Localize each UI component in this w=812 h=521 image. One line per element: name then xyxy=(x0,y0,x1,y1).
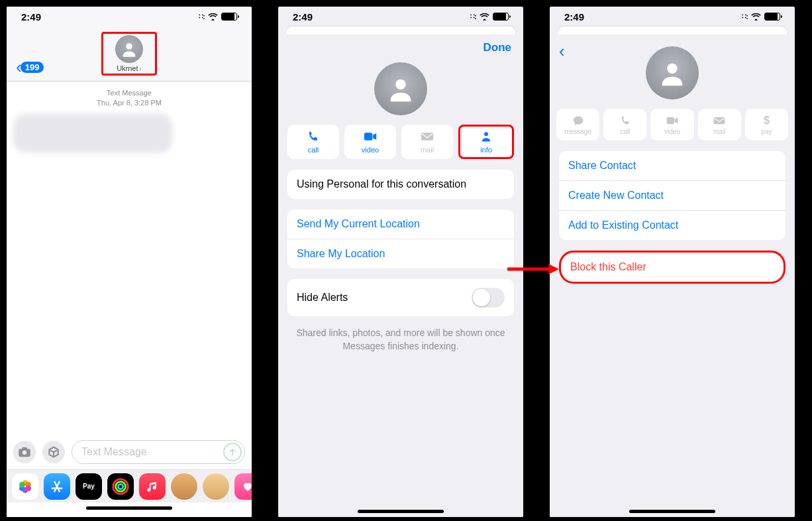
mail-button: mail xyxy=(401,125,453,159)
add-existing-contact-cell[interactable]: Add to Existing Contact xyxy=(559,210,786,240)
chevron-right-icon: › xyxy=(140,65,142,72)
message-button: message xyxy=(556,109,599,141)
contact-card-sheet: ‹ message call video m xyxy=(550,34,795,517)
status-icons: ∷: xyxy=(199,13,237,21)
dock-fitness-icon[interactable] xyxy=(107,473,134,500)
video-button: video xyxy=(650,109,693,141)
wifi-icon xyxy=(751,13,761,21)
cellular-icon: ∷: xyxy=(199,13,205,21)
dock-memoji2-icon[interactable] xyxy=(203,473,229,500)
message-icon xyxy=(572,115,584,127)
indexing-note: Shared links, photos, and more will be s… xyxy=(294,327,507,353)
dock-applepay-icon[interactable]: Pay xyxy=(76,473,102,500)
svg-point-9 xyxy=(19,481,25,487)
status-bar: 2:49 ∷: xyxy=(550,7,795,27)
phone-icon xyxy=(620,115,631,127)
dock-memoji1-icon[interactable] xyxy=(171,473,197,500)
using-line-cell[interactable]: Using Personal for this conversation xyxy=(287,170,514,199)
appstore-apps-button[interactable] xyxy=(42,441,65,463)
home-indicator[interactable] xyxy=(550,510,795,513)
wifi-icon xyxy=(480,13,489,21)
svg-point-3 xyxy=(23,451,26,455)
hide-alerts-cell: Hide Alerts xyxy=(287,279,514,316)
screen-messages-thread: 2:49 ∷: ‹ 199 Ukrnet › xyxy=(7,7,252,517)
video-icon xyxy=(364,130,377,143)
battery-icon xyxy=(493,13,509,21)
mail-button: mail xyxy=(698,109,741,141)
svg-rect-15 xyxy=(421,133,433,141)
battery-icon xyxy=(764,13,780,21)
home-indicator[interactable] xyxy=(7,502,252,517)
svg-rect-14 xyxy=(364,133,373,141)
screen-contact-card: 2:49 ∷: ‹ message call xyxy=(550,7,795,517)
svg-point-11 xyxy=(116,481,126,491)
cellular-icon: ∷: xyxy=(742,13,748,21)
battery-icon xyxy=(221,13,237,21)
status-time: 2:49 xyxy=(293,11,313,23)
done-button[interactable]: Done xyxy=(278,34,523,54)
svg-rect-2 xyxy=(22,447,27,450)
cellular-icon: ∷: xyxy=(470,13,476,21)
contact-header-button[interactable]: Ukrnet › xyxy=(101,32,157,76)
dock-photos-icon[interactable] xyxy=(12,473,38,500)
status-bar: 2:49 ∷: xyxy=(278,7,523,27)
send-button[interactable] xyxy=(223,443,242,461)
send-location-cell[interactable]: Send My Current Location xyxy=(287,209,514,239)
svg-rect-19 xyxy=(714,117,725,124)
status-icons: ∷: xyxy=(470,13,509,21)
block-caller-group: Block this Caller xyxy=(559,251,786,284)
pay-button: $ pay xyxy=(745,109,788,141)
dock-appstore-icon[interactable] xyxy=(44,473,70,500)
hide-alerts-group: Hide Alerts xyxy=(287,279,514,316)
status-time: 2:49 xyxy=(564,11,584,23)
contact-name-label: Ukrnet xyxy=(117,64,138,72)
svg-point-13 xyxy=(395,80,405,89)
video-button[interactable]: video xyxy=(344,125,396,159)
camera-button[interactable] xyxy=(13,441,36,463)
status-icons: ∷: xyxy=(742,13,780,21)
message-bubble[interactable] xyxy=(13,114,172,152)
phone-icon xyxy=(307,130,319,143)
dollar-icon: $ xyxy=(764,115,770,127)
back-button[interactable]: ‹ 199 xyxy=(7,57,44,78)
contact-actions-group: Share Contact Create New Contact Add to … xyxy=(559,151,786,240)
hide-alerts-toggle[interactable] xyxy=(472,288,505,308)
unread-count-badge: 199 xyxy=(21,62,44,73)
imessage-app-dock[interactable]: Pay xyxy=(7,469,252,502)
call-button: call xyxy=(603,109,646,141)
video-icon xyxy=(666,115,678,127)
conversation-header: ‹ 199 Ukrnet › xyxy=(7,27,252,82)
svg-point-12 xyxy=(118,484,123,489)
status-time: 2:49 xyxy=(21,11,41,23)
using-line-group: Using Personal for this conversation xyxy=(287,170,514,199)
quick-actions-row: message call video mail $ pay xyxy=(550,109,795,141)
avatar-icon xyxy=(115,35,143,63)
back-button[interactable]: ‹ xyxy=(559,41,565,62)
screen-contact-details: 2:49 ∷: Done call video xyxy=(278,7,523,517)
details-sheet: Done call video mail in xyxy=(278,34,523,517)
share-contact-cell[interactable]: Share Contact xyxy=(559,151,786,180)
info-button[interactable]: info xyxy=(458,125,514,159)
svg-point-17 xyxy=(667,64,677,74)
svg-rect-18 xyxy=(667,117,674,124)
avatar-icon xyxy=(374,62,427,115)
info-person-icon xyxy=(480,130,492,143)
svg-point-0 xyxy=(126,43,132,49)
create-new-contact-cell[interactable]: Create New Contact xyxy=(559,180,786,210)
mail-icon xyxy=(421,130,434,143)
home-indicator[interactable] xyxy=(278,510,523,513)
block-caller-cell[interactable]: Block this Caller xyxy=(561,253,784,282)
quick-actions-row: call video mail info xyxy=(278,125,523,159)
share-location-cell[interactable]: Share My Location xyxy=(287,239,514,268)
message-input[interactable]: Text Message xyxy=(72,440,245,464)
dock-music-icon[interactable] xyxy=(139,473,166,500)
mail-icon xyxy=(713,115,725,127)
message-placeholder: Text Message xyxy=(81,446,147,458)
message-timestamp: Text Message Thu, Apr 8, 3:28 PM xyxy=(7,88,252,109)
dock-hearts-icon[interactable] xyxy=(234,473,252,500)
wifi-icon xyxy=(208,13,218,21)
call-button[interactable]: call xyxy=(287,125,339,159)
compose-bar: Text Message xyxy=(7,435,252,469)
location-group: Send My Current Location Share My Locati… xyxy=(287,209,514,268)
status-bar: 2:49 ∷: xyxy=(7,7,252,27)
